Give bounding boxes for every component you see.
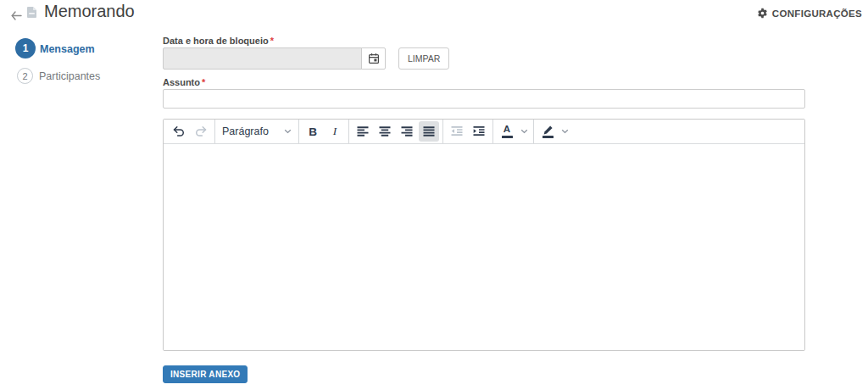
history-group [165, 120, 215, 143]
font-style-group: B I [299, 120, 349, 143]
calendar-icon [368, 53, 380, 64]
text-color-button[interactable]: A [497, 121, 517, 142]
block-date-input[interactable] [163, 47, 362, 70]
chevron-down-icon [561, 129, 569, 134]
highlighter-icon [542, 125, 554, 135]
redo-icon [194, 125, 208, 138]
justify-icon [422, 125, 436, 138]
block-date-label: Data e hora de bloqueio* [163, 36, 274, 46]
required-asterisk: * [202, 77, 205, 87]
step-1-label: Mensagem [40, 43, 95, 55]
chevron-down-icon [284, 129, 292, 134]
subject-input[interactable] [163, 89, 805, 109]
paragraph-format-select[interactable]: Parágrafo [218, 121, 296, 142]
required-asterisk: * [270, 36, 274, 46]
alignment-group [349, 120, 443, 143]
text-color-bar [502, 136, 513, 138]
clear-date-button[interactable]: LIMPAR [398, 47, 449, 70]
step-1-circle: 1 [15, 38, 36, 58]
step-2-label: Participantes [39, 70, 100, 82]
align-center-icon [378, 125, 392, 138]
redo-button[interactable] [191, 121, 211, 142]
subject-label: Assunto* [163, 77, 205, 87]
arrow-left-icon [11, 11, 22, 20]
justify-button[interactable] [419, 121, 439, 142]
memorando-page: Memorando CONFIGURAÇÕES 1 Mensagem 2 Par… [0, 0, 868, 390]
gear-icon [757, 8, 768, 19]
text-color-dropdown[interactable] [518, 121, 531, 142]
align-left-button[interactable] [353, 121, 373, 142]
block-format-group: Parágrafo [215, 120, 299, 143]
align-center-button[interactable] [375, 121, 395, 142]
editor-toolbar: Parágrafo B I [164, 120, 804, 144]
highlight-color-button[interactable] [537, 121, 558, 142]
rich-text-editor: Parágrafo B I [163, 119, 805, 351]
outdent-button[interactable] [447, 121, 467, 142]
bold-button[interactable]: B [303, 121, 323, 142]
highlight-color-bar [542, 136, 554, 138]
align-left-icon [356, 125, 370, 138]
chevron-down-icon [520, 129, 528, 134]
highlight-color-group [534, 120, 574, 143]
settings-button[interactable]: CONFIGURAÇÕES [757, 8, 862, 19]
settings-label: CONFIGURAÇÕES [772, 8, 862, 19]
editor-content[interactable] [164, 144, 804, 350]
indent-button[interactable] [469, 121, 489, 142]
indent-icon [472, 125, 486, 138]
undo-icon [172, 125, 186, 138]
calendar-button[interactable] [361, 47, 386, 70]
text-color-icon: A [504, 125, 510, 135]
outdent-icon [450, 125, 464, 138]
document-icon [26, 6, 37, 19]
insert-attachment-button[interactable]: INSERIR ANEXO [163, 365, 248, 383]
block-date-row: LIMPAR [163, 47, 449, 70]
page-title: Memorando [44, 2, 135, 21]
indent-group [443, 120, 493, 143]
highlight-color-dropdown[interactable] [559, 121, 571, 142]
align-right-button[interactable] [397, 121, 417, 142]
back-button[interactable] [8, 8, 24, 22]
paragraph-format-value: Parágrafo [222, 125, 269, 137]
undo-button[interactable] [169, 121, 189, 142]
step-2-circle: 2 [17, 68, 33, 84]
align-right-icon [400, 125, 414, 138]
text-color-group: A [493, 120, 534, 143]
italic-button[interactable]: I [325, 121, 345, 142]
